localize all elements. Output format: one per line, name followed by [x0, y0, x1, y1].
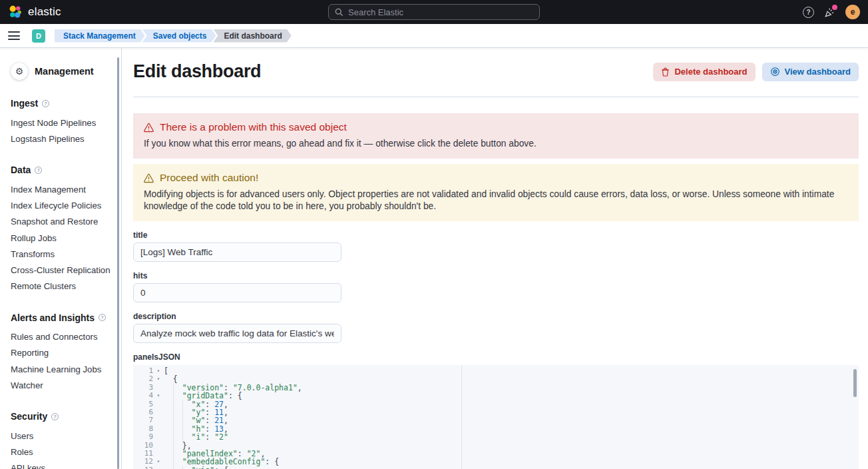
code-text: { [164, 375, 178, 383]
sidebar-item-rollup-jobs[interactable]: Rollup Jobs [11, 230, 114, 246]
management-sidebar: ⚙ Management Ingest?Ingest Node Pipeline… [0, 48, 122, 469]
sidebar-item-index-lifecycle-policies[interactable]: Index Lifecycle Policies [11, 198, 114, 214]
title-input[interactable] [133, 242, 341, 262]
code-line: 13▾ "vis": { [133, 466, 859, 469]
caution-callout: Proceed with caution! Modifying objects … [133, 164, 859, 221]
field-label: title [133, 231, 859, 240]
top-header-bar: elastic ? e [0, 0, 868, 24]
section-help-icon: ? [35, 167, 42, 174]
sidebar-item-cross-cluster-replication[interactable]: Cross-Cluster Replication [11, 262, 114, 278]
gear-icon: ⚙ [11, 63, 28, 80]
view-dashboard-label: View dashboard [785, 67, 851, 77]
main-content: Edit dashboard Delete dashboard View [122, 48, 868, 469]
field-description: description [133, 312, 859, 343]
breadcrumb: Stack ManagementSaved objectsEdit dashbo… [55, 29, 292, 43]
fold-toggle-icon[interactable]: ▾ [153, 392, 164, 400]
elastic-logo-icon [8, 5, 23, 19]
caution-callout-body: Modifying objects is for advanced users … [144, 189, 848, 213]
code-line: 9 "i": "2" [133, 433, 859, 441]
sidebar-item-snapshot-and-restore[interactable]: Snapshot and Restore [11, 214, 114, 230]
section-heading: Data? [11, 165, 114, 175]
header-divider [133, 97, 859, 97]
code-line: 7 "w": 21, [133, 416, 859, 424]
line-number: 4 [133, 392, 153, 400]
error-callout: There is a problem with this saved objec… [133, 113, 859, 159]
delete-dashboard-button[interactable]: Delete dashboard [653, 63, 755, 81]
sidebar-item-api-keys[interactable]: API keys [11, 460, 114, 469]
sidebar-item-users[interactable]: Users [11, 428, 114, 444]
line-number: 12 [133, 458, 153, 466]
description-input[interactable] [133, 324, 341, 343]
section-help-icon: ? [42, 100, 49, 107]
sidebar-item-logstash-pipelines[interactable]: Logstash Pipelines [11, 131, 114, 147]
code-line: 5 "x": 27, [133, 400, 859, 408]
breadcrumb-bar: D Stack ManagementSaved objectsEdit dash… [0, 24, 868, 48]
code-line: 12▾ "embeddableConfig": { [133, 458, 859, 466]
space-avatar[interactable]: D [32, 29, 45, 43]
breadcrumb-saved-objects[interactable]: Saved objects [142, 29, 216, 43]
fold-toggle-icon[interactable]: ▾ [153, 466, 164, 469]
logo-text: elastic [28, 5, 61, 19]
panels-json-label: panelsJSON [133, 352, 859, 362]
field-label: description [133, 312, 859, 321]
breadcrumb-stack-management[interactable]: Stack Management [55, 29, 145, 43]
section-heading: Ingest? [11, 98, 114, 109]
fold-toggle-icon[interactable]: ▾ [153, 375, 164, 383]
page-title: Edit dashboard [133, 61, 261, 82]
sidebar-section-data: Data?Index ManagementIndex Lifecycle Pol… [11, 165, 114, 294]
sidebar-item-machine-learning-jobs[interactable]: Machine Learning Jobs [11, 361, 114, 377]
panels-json-editor[interactable]: 1▾[2▾ {3 "version": "7.0.0-alpha1",4▾ "g… [133, 365, 859, 469]
sidebar-scrollbar[interactable] [117, 57, 119, 469]
search-input[interactable] [348, 7, 533, 17]
line-number: 13 [133, 466, 153, 469]
view-dashboard-button[interactable]: View dashboard [762, 63, 859, 81]
fold-toggle-icon[interactable]: ▾ [153, 367, 164, 375]
user-avatar[interactable]: e [845, 5, 860, 19]
sidebar-item-reporting[interactable]: Reporting [11, 345, 114, 361]
warning-icon [144, 123, 154, 133]
field-title: title [133, 231, 859, 262]
sidebar-title: Management [35, 66, 94, 77]
sidebar-item-remote-clusters[interactable]: Remote Clusters [11, 278, 114, 294]
breadcrumb-edit-dashboard: Edit dashboard [213, 29, 291, 43]
error-callout-title: There is a problem with this saved objec… [160, 121, 347, 133]
field-label: hits [133, 271, 859, 280]
line-number: 2 [133, 375, 153, 383]
error-callout-body: If you know what this error means, go ah… [144, 138, 848, 150]
line-number: 9 [133, 433, 153, 441]
section-help-icon: ? [51, 413, 59, 420]
newsfeed-icon[interactable] [824, 7, 835, 18]
section-heading: Security? [11, 411, 114, 422]
section-help-icon: ? [99, 314, 106, 321]
notification-dot [832, 5, 837, 10]
sidebar-item-watcher[interactable]: Watcher [11, 377, 114, 393]
code-line: 4▾ "gridData": { [133, 392, 859, 400]
line-number: 7 [133, 416, 153, 424]
delete-dashboard-label: Delete dashboard [674, 67, 747, 77]
sidebar-section-alerts-and-insights: Alerts and Insights?Rules and Connectors… [11, 312, 114, 394]
sidebar-item-ingest-node-pipelines[interactable]: Ingest Node Pipelines [11, 115, 114, 131]
fold-toggle-icon[interactable]: ▾ [153, 458, 164, 466]
menu-icon[interactable] [8, 31, 20, 40]
sidebar-item-rules-and-connectors[interactable]: Rules and Connectors [11, 329, 114, 345]
sidebar-item-roles[interactable]: Roles [11, 444, 114, 460]
warning-icon [144, 173, 154, 183]
caution-callout-title: Proceed with caution! [160, 172, 258, 184]
elastic-logo[interactable]: elastic [8, 5, 61, 19]
code-line: 6 "y": 11, [133, 408, 859, 416]
field-hits: hits [133, 271, 859, 302]
sidebar-section-security: Security?UsersRolesAPI keysRole Mappings [11, 411, 114, 469]
search-icon [335, 8, 343, 17]
sidebar-section-ingest: Ingest?Ingest Node PipelinesLogstash Pip… [11, 98, 114, 147]
sidebar-item-index-management[interactable]: Index Management [11, 181, 114, 197]
code-line: 8 "h": 13, [133, 425, 859, 433]
app-window: elastic ? e D Stack ManagementSaved obje… [0, 0, 868, 469]
trash-icon [661, 67, 670, 77]
eye-icon [770, 67, 780, 77]
code-text: "vis": { [164, 466, 228, 469]
global-search[interactable] [328, 4, 540, 20]
hits-input[interactable] [133, 283, 341, 302]
section-heading: Alerts and Insights? [11, 312, 114, 323]
sidebar-item-transforms[interactable]: Transforms [11, 246, 114, 262]
help-icon[interactable]: ? [803, 7, 814, 18]
